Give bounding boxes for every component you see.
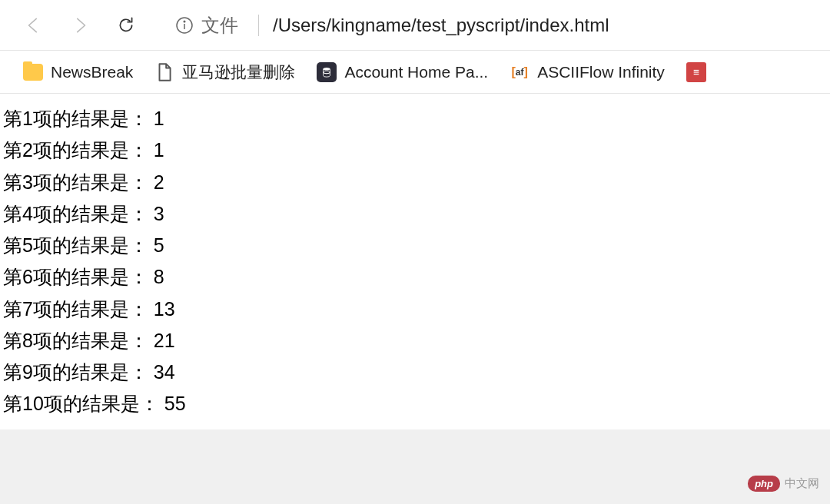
result-line: 第4项的结果是： 3 — [3, 198, 827, 230]
svg-point-4 — [324, 71, 330, 74]
address-bar[interactable]: 文件 /Users/kingname/test_pyscript/index.h… — [175, 13, 807, 38]
bookmark-amazon[interactable]: 亚马逊批量删除 — [154, 61, 295, 83]
result-line: 第10项的结果是： 55 — [3, 388, 827, 419]
info-icon — [175, 16, 194, 35]
page-content: 第1项的结果是： 1第2项的结果是： 1第3项的结果是： 2第4项的结果是： 3… — [0, 94, 830, 429]
svg-point-3 — [324, 67, 330, 70]
watermark-text: 中文网 — [785, 476, 819, 491]
site-info-button[interactable] — [175, 16, 194, 35]
bookmark-label: ASCIIFlow Infinity — [537, 63, 665, 81]
reload-icon — [116, 15, 136, 35]
result-line: 第2项的结果是： 1 — [3, 134, 827, 166]
result-line: 第6项的结果是： 8 — [3, 261, 827, 293]
url-separator — [258, 15, 259, 36]
reload-button[interactable] — [115, 15, 137, 36]
bookmark-asciiflow[interactable]: [af] ASCIIFlow Infinity — [510, 62, 665, 82]
database-icon — [317, 62, 337, 82]
bookmark-newsbreak[interactable]: NewsBreak — [23, 62, 133, 82]
asciiflow-icon: [af] — [510, 62, 530, 82]
bookmark-account-home[interactable]: Account Home Pa... — [317, 62, 488, 82]
folder-icon — [23, 62, 43, 82]
nav-buttons — [23, 15, 137, 36]
back-button[interactable] — [23, 15, 45, 36]
url-label: 文件 — [201, 13, 238, 38]
bookmarks-bar: NewsBreak 亚马逊批量删除 Account Home Pa... — [0, 51, 830, 94]
arrow-right-icon — [70, 15, 90, 35]
result-line: 第7项的结果是： 13 — [3, 293, 827, 325]
url-path: /Users/kingname/test_pyscript/index.html — [273, 15, 609, 36]
bookmark-label: Account Home Pa... — [344, 63, 488, 81]
browser-chrome: 文件 /Users/kingname/test_pyscript/index.h… — [0, 0, 830, 94]
result-line: 第5项的结果是： 5 — [3, 230, 827, 261]
result-line: 第1项的结果是： 1 — [3, 103, 827, 134]
file-icon — [154, 62, 174, 82]
svg-point-2 — [184, 21, 185, 22]
result-line: 第8项的结果是： 21 — [3, 325, 827, 356]
bookmark-label: NewsBreak — [51, 63, 133, 81]
red-square-icon — [686, 62, 706, 82]
browser-toolbar: 文件 /Users/kingname/test_pyscript/index.h… — [0, 0, 830, 51]
bookmark-red[interactable] — [686, 62, 706, 82]
result-line: 第9项的结果是： 34 — [3, 356, 827, 388]
result-line: 第3项的结果是： 2 — [3, 167, 827, 198]
bookmark-label: 亚马逊批量删除 — [182, 61, 295, 83]
watermark: php 中文网 — [748, 476, 819, 492]
forward-button[interactable] — [69, 15, 91, 36]
watermark-logo: php — [748, 476, 780, 492]
arrow-left-icon — [24, 15, 44, 35]
